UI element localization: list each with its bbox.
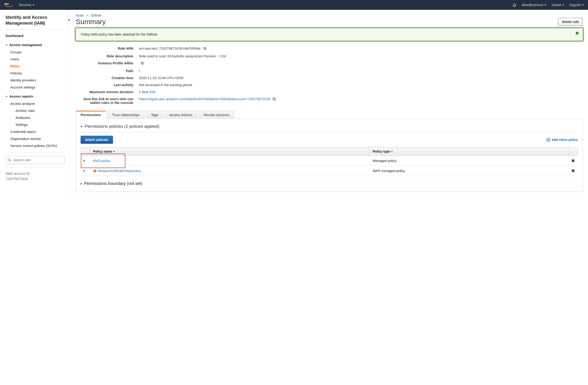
edit-description-link[interactable]: Edit — [220, 54, 226, 58]
sidebar-item-roles[interactable]: Roles — [6, 63, 65, 70]
region-menu[interactable]: Global — [551, 3, 564, 7]
account-id-label: AWS account ID: — [6, 172, 65, 175]
alert-close-icon[interactable]: ✖ — [575, 31, 579, 36]
sidebar-item-groups[interactable]: Groups — [6, 49, 65, 56]
tab-trust-relationships[interactable]: Trust relationships — [107, 111, 145, 119]
tab-list: Permissions Trust relationships Tags Acc… — [76, 111, 583, 119]
table-row: KMS-policyManaged policy✖ — [81, 156, 578, 166]
caret-down-icon — [81, 126, 83, 127]
support-menu[interactable]: Support — [569, 3, 584, 7]
sidebar: Identity and Access Management (IAM) Das… — [0, 10, 69, 199]
tab-panel-permissions: Permissions policies (2 policies applied… — [76, 119, 583, 192]
edit-session-duration-link[interactable]: Edit — [149, 90, 155, 94]
copy-icon[interactable] — [203, 47, 207, 51]
policy-name-link[interactable]: KMS-policy — [93, 159, 110, 163]
account-id-value: 724275872418 — [6, 177, 65, 181]
label-path: Path — [76, 69, 139, 73]
tab-access-advisor[interactable]: Access Advisor — [165, 111, 197, 119]
sidebar-item-identity-providers[interactable]: Identity providers — [6, 77, 65, 84]
sidebar-item-policies[interactable]: Policies — [6, 70, 65, 77]
sidebar-item-analyzers[interactable]: Analyzers — [6, 114, 65, 121]
col-remove — [568, 147, 578, 156]
role-properties: Role ARN arn:aws:iam::724275872418:role/… — [76, 45, 583, 106]
sidebar-search — [6, 156, 65, 164]
sidebar-item-credential-report[interactable]: Credential report — [6, 128, 65, 135]
label-switch-role-link: Give this link to users who canswitch ro… — [76, 97, 139, 105]
label-instance-profile-arns: Instance Profile ARNs — [76, 61, 139, 65]
label-role-arn: Role ARN — [76, 47, 139, 50]
add-inline-policy-link[interactable]: + Add inline policy — [546, 138, 578, 142]
breadcrumb-current: S3Role — [91, 14, 102, 17]
svg-rect-8 — [273, 98, 275, 100]
policy-type: Managed policy — [370, 156, 568, 166]
services-menu[interactable]: Services — [19, 3, 34, 7]
policies-table: Policy name Policy type KMS-policyManage… — [81, 147, 578, 176]
sort-icon — [113, 151, 115, 152]
sidebar-item-access-analyzer[interactable]: Access analyzer — [6, 100, 65, 107]
sort-icon — [391, 151, 393, 152]
tab-permissions[interactable]: Permissions — [76, 111, 106, 119]
svg-rect-7 — [274, 98, 276, 100]
value-max-session-duration: 1 hour — [139, 90, 148, 94]
search-input[interactable] — [6, 156, 65, 164]
sidebar-dashboard[interactable]: Dashboard — [6, 32, 65, 39]
tab-tags[interactable]: Tags — [146, 111, 163, 119]
breadcrumb-roles[interactable]: Roles — [76, 14, 84, 17]
label-role-description: Role description — [76, 54, 139, 58]
copy-icon[interactable] — [140, 61, 144, 66]
success-alert: Policy KMS-policy has been attached for … — [76, 28, 583, 41]
permissions-boundary-section-header[interactable]: Permissions boundary (not set) — [81, 181, 578, 186]
svg-rect-6 — [141, 62, 143, 64]
notifications-icon[interactable] — [512, 3, 517, 7]
svg-rect-4 — [203, 47, 205, 49]
collapse-sidebar-button[interactable] — [67, 16, 71, 24]
delete-role-button[interactable]: Delete role — [558, 18, 583, 26]
value-creation-time: 2020-11-16 10:48 UTC+0200 — [139, 76, 583, 80]
col-expand — [81, 147, 90, 156]
value-last-activity: Not accessed in the tracking period — [139, 83, 583, 87]
sidebar-item-account-settings[interactable]: Account settings — [6, 84, 65, 91]
caret-down-icon — [562, 4, 564, 6]
svg-rect-3 — [204, 48, 206, 50]
policy-name-link[interactable]: AmazonS3ReadOnlyAccess — [98, 169, 141, 173]
table-row: AmazonS3ReadOnlyAccessAWS managed policy… — [81, 166, 578, 176]
sidebar-item-scps[interactable]: Service control policies (SCPs) — [6, 142, 65, 149]
caret-down-icon — [582, 4, 584, 6]
col-policy-type[interactable]: Policy type — [370, 147, 568, 156]
svg-line-2 — [10, 161, 11, 161]
caret-right-icon — [81, 183, 82, 185]
copy-icon[interactable] — [272, 97, 276, 102]
sidebar-title: Identity and Access Management (IAM) — [6, 15, 65, 29]
col-policy-name[interactable]: Policy name — [90, 147, 370, 156]
sidebar-item-users[interactable]: Users — [6, 56, 65, 63]
sidebar-section-access-management[interactable]: Access management — [6, 41, 65, 49]
expand-row-icon[interactable] — [84, 160, 85, 162]
top-nav: aws Services alice@contoso Global Suppor… — [0, 0, 588, 10]
aws-logo[interactable]: aws — [4, 2, 14, 7]
sidebar-item-archive-rules[interactable]: Archive rules — [6, 107, 65, 114]
svg-text:aws: aws — [4, 2, 9, 5]
breadcrumb: Roles > S3Role — [76, 14, 583, 17]
value-path: / — [139, 69, 583, 73]
svg-rect-5 — [142, 62, 144, 64]
tab-revoke-sessions[interactable]: Revoke sessions — [199, 111, 234, 119]
aws-cube-icon — [93, 169, 97, 173]
remove-policy-icon[interactable]: ✖ — [571, 158, 575, 163]
sidebar-section-access-reports[interactable]: Access reports — [6, 93, 65, 100]
breadcrumb-sep: > — [86, 14, 88, 17]
remove-policy-icon[interactable]: ✖ — [571, 169, 575, 173]
label-creation-time: Creation time — [76, 76, 139, 80]
plus-circle-icon: + — [546, 138, 550, 142]
expand-row-icon[interactable] — [84, 170, 85, 172]
account-menu[interactable]: alice@contoso — [522, 3, 546, 7]
permissions-policies-section-header[interactable]: Permissions policies (2 policies applied… — [81, 123, 578, 133]
sidebar-item-settings[interactable]: Settings — [6, 121, 65, 128]
switch-role-url[interactable]: https://signin.aws.amazon.com/switchrole… — [139, 97, 270, 101]
label-last-activity: Last activity — [76, 83, 139, 87]
label-max-session-duration: Maximum session duration — [76, 90, 139, 94]
sidebar-item-organization-activity[interactable]: Organization activity — [6, 135, 65, 142]
alert-message: Policy KMS-policy has been attached for … — [81, 33, 158, 36]
attach-policies-button[interactable]: Attach policies — [81, 136, 113, 144]
caret-down-icon — [6, 44, 7, 46]
search-icon — [8, 158, 11, 162]
